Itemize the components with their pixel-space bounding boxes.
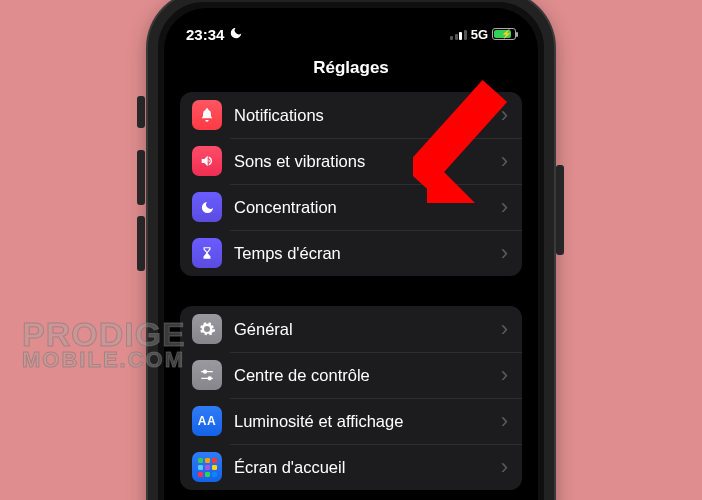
row-screentime[interactable]: Temps d'écran ›	[180, 230, 522, 276]
row-sounds[interactable]: Sons et vibrations ›	[180, 138, 522, 184]
bell-icon	[192, 100, 222, 130]
row-label: Temps d'écran	[234, 244, 501, 263]
phone-frame: 23:34 5G ⚡ Réglages	[148, 0, 554, 500]
sliders-icon	[192, 360, 222, 390]
row-label: Écran d'accueil	[234, 458, 501, 477]
chevron-right-icon: ›	[501, 104, 508, 126]
row-homescreen[interactable]: Écran d'accueil ›	[180, 444, 522, 490]
row-label: Général	[234, 320, 501, 339]
row-label: Concentration	[234, 198, 501, 217]
chevron-right-icon: ›	[501, 242, 508, 264]
settings-group-2: Général › Centre de contrôle › AA Lumino…	[180, 306, 522, 490]
network-label: 5G	[471, 27, 488, 42]
row-notifications[interactable]: Notifications ›	[180, 92, 522, 138]
settings-content: Notifications › Sons et vibrations › Con…	[164, 92, 538, 500]
notch	[266, 8, 436, 36]
chevron-right-icon: ›	[501, 364, 508, 386]
hourglass-icon	[192, 238, 222, 268]
signal-icon	[450, 29, 467, 40]
chevron-right-icon: ›	[501, 318, 508, 340]
svg-point-3	[208, 377, 211, 380]
moon-icon	[192, 192, 222, 222]
row-display[interactable]: AA Luminosité et affichage ›	[180, 398, 522, 444]
row-general[interactable]: Général ›	[180, 306, 522, 352]
page-title: Réglages	[164, 52, 538, 92]
row-label: Luminosité et affichage	[234, 412, 501, 431]
phone-volume-up	[137, 150, 145, 205]
chevron-right-icon: ›	[501, 456, 508, 478]
svg-point-2	[204, 370, 207, 373]
do-not-disturb-icon	[229, 26, 243, 43]
row-label: Centre de contrôle	[234, 366, 501, 385]
aa-icon: AA	[192, 406, 222, 436]
row-control-center[interactable]: Centre de contrôle ›	[180, 352, 522, 398]
chevron-right-icon: ›	[501, 196, 508, 218]
battery-icon: ⚡	[492, 28, 516, 40]
grid-icon	[192, 452, 222, 482]
status-time: 23:34	[186, 26, 224, 43]
phone-silent-switch	[137, 96, 145, 128]
watermark: PRODIGE MOBILE.COM	[22, 320, 186, 370]
row-label: Notifications	[234, 106, 501, 125]
chevron-right-icon: ›	[501, 150, 508, 172]
phone-volume-down	[137, 216, 145, 271]
row-label: Sons et vibrations	[234, 152, 501, 171]
settings-group-1: Notifications › Sons et vibrations › Con…	[180, 92, 522, 276]
phone-power-button	[556, 165, 564, 255]
row-focus[interactable]: Concentration ›	[180, 184, 522, 230]
watermark-line2: MOBILE.COM	[22, 351, 186, 370]
chevron-right-icon: ›	[501, 410, 508, 432]
speaker-icon	[192, 146, 222, 176]
screen: 23:34 5G ⚡ Réglages	[164, 8, 538, 500]
gear-icon	[192, 314, 222, 344]
